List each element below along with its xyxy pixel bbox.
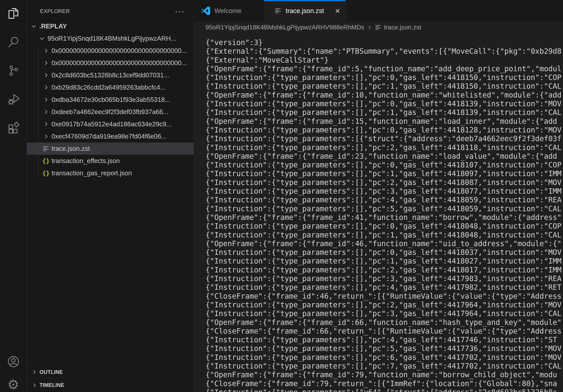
settings-button[interactable]: ⚙ bbox=[7, 378, 20, 392]
breadcrumb-folder[interactable]: 95oR1YipjSnqd18K4BMshkLgPijypwzARHV988eR… bbox=[205, 24, 364, 31]
chevron-right-icon bbox=[30, 368, 38, 376]
outline-section[interactable]: OUTLINE bbox=[27, 366, 194, 378]
breadcrumb: 95oR1YipjSnqd18K4BMshkLgPijypwzARHV988eR… bbox=[194, 22, 563, 33]
file-tree: .REPLAY95oR1YipjSnqd18K4BMshkLgPijypwzAR… bbox=[27, 20, 194, 179]
code-line: {"Instruction":{"type_parameters":[],"pc… bbox=[205, 187, 563, 196]
code-line: {"External":{"Summary":{"name":"PTBSumma… bbox=[205, 47, 563, 56]
code-line: {"OpenFrame":{"frame":{"frame_id":23,"fu… bbox=[205, 152, 563, 161]
account-button[interactable] bbox=[7, 355, 20, 369]
chevron-right-icon bbox=[42, 47, 50, 55]
vscode-logo-icon bbox=[201, 6, 210, 16]
tree-item[interactable]: 0xe0917b74a5912e4ad186ac634e29c9... bbox=[27, 118, 194, 130]
gear-icon: ⚙ bbox=[7, 378, 19, 392]
code-line: {"Instruction":{"type_parameters":[],"pc… bbox=[205, 222, 563, 231]
code-line: {"OpenFrame":{"frame":{"frame_id":5,"fun… bbox=[205, 65, 563, 73]
search-button[interactable] bbox=[7, 36, 20, 49]
code-line: {"Instruction":{"type_parameters":[],"pc… bbox=[205, 73, 563, 82]
run-and-debug-button[interactable] bbox=[7, 93, 20, 107]
code-line: {"Instruction":{"type_parameters":[],"pc… bbox=[205, 362, 563, 370]
code-line: {"Instruction":{"type_parameters":[],"pc… bbox=[205, 266, 563, 274]
code-line: {"Instruction":{"type_parameters":[],"pc… bbox=[205, 82, 563, 91]
tree-item[interactable]: {}transaction_effects.json bbox=[27, 155, 194, 167]
chevron-right-icon bbox=[42, 83, 50, 91]
explorer-button[interactable] bbox=[7, 7, 20, 21]
tab-bar: Welcome trace.json.zst × bbox=[194, 0, 563, 22]
tab-welcome[interactable]: Welcome bbox=[194, 0, 264, 22]
code-line: {"Instruction":{"type_parameters":[{"str… bbox=[205, 134, 563, 143]
tree-item[interactable]: 95oR1YipjSnqd18K4BMshkLgPijypwzARH... bbox=[27, 32, 194, 45]
code-line: {"CloseFrame":{"frame_id":66,"return_":[… bbox=[205, 327, 563, 336]
code-line: {"Instruction":{"type_parameters":[],"pc… bbox=[205, 126, 563, 134]
activity-bar: ⚙ bbox=[0, 0, 27, 392]
activity-bar-top bbox=[7, 7, 20, 135]
json-icon: {} bbox=[42, 157, 50, 165]
debug-icon bbox=[7, 93, 20, 107]
chevron-right-icon bbox=[367, 25, 372, 30]
code-line: {"Instruction":{"type_parameters":[],"pc… bbox=[205, 231, 563, 239]
tree-item[interactable]: 0xb29d83c26cdd2a64959263abbcfc4... bbox=[27, 81, 194, 93]
file-lines-icon bbox=[42, 145, 50, 153]
sidebar-header: EXPLORER ··· bbox=[27, 0, 194, 20]
more-actions-icon[interactable]: ··· bbox=[175, 9, 185, 13]
account-icon bbox=[7, 355, 20, 369]
code-line: {"OpenFrame":{"frame":{"frame_id":15,"fu… bbox=[205, 117, 563, 126]
chevron-down-icon bbox=[30, 22, 38, 30]
activity-bar-bottom: ⚙ bbox=[7, 355, 20, 392]
editor-area: Welcome trace.json.zst × 95oR1YipjSnqd18… bbox=[194, 0, 563, 392]
tree-item[interactable]: {}transaction_gas_report.json bbox=[27, 167, 194, 179]
code-line: {"Instruction":{"type_parameters":["u64"… bbox=[205, 388, 563, 392]
code-line: {"Instruction":{"type_parameters":[],"pc… bbox=[205, 196, 563, 204]
code-line: {"Instruction":{"type_parameters":[],"pc… bbox=[205, 161, 563, 169]
code-line: {"Instruction":{"type_parameters":[],"pc… bbox=[205, 283, 563, 292]
vscode-window: ⚙ EXPLORER ··· .REPLAY95oR1YipjSnqd18K4B… bbox=[0, 0, 563, 392]
timeline-label: TIMELINE bbox=[39, 382, 64, 388]
tab-label: Welcome bbox=[214, 7, 242, 15]
tree-item[interactable]: 0xecf47609d7da919ea98e7fd04f6e06... bbox=[27, 130, 194, 143]
breadcrumb-file[interactable]: trace.json.zst bbox=[384, 24, 421, 31]
code-line: {"CloseFrame":{"frame_id":46,"return_":[… bbox=[205, 292, 563, 301]
chevron-down-icon bbox=[38, 35, 46, 42]
tree-item[interactable]: 0x0000000000000000000000000000000000... bbox=[27, 45, 194, 57]
code-line: {"Instruction":{"type_parameters":[],"pc… bbox=[205, 309, 563, 318]
tree-item[interactable]: 0xdba34672e30cb065b1f93e3ab55318... bbox=[27, 93, 194, 106]
tab-trace-json-zst[interactable]: trace.json.zst × bbox=[264, 0, 346, 22]
code-line: {"Instruction":{"type_parameters":[],"pc… bbox=[205, 257, 563, 265]
tree-item[interactable]: 0xdeeb7a4662eec9f2f3def03fb937a66... bbox=[27, 106, 194, 118]
timeline-section[interactable]: TIMELINE bbox=[27, 378, 194, 392]
code-line: {"Instruction":{"type_parameters":[],"pc… bbox=[205, 274, 563, 283]
code-line: {"OpenFrame":{"frame":{"frame_id":79,"fu… bbox=[205, 370, 563, 379]
extensions-icon bbox=[7, 121, 20, 135]
code-line: {"OpenFrame":{"frame":{"frame_id":66,"fu… bbox=[205, 318, 563, 327]
json-icon: {} bbox=[42, 169, 50, 177]
explorer-title: EXPLORER bbox=[40, 8, 70, 14]
code-line: {"Instruction":{"type_parameters":[],"pc… bbox=[205, 353, 563, 362]
extensions-button[interactable] bbox=[7, 121, 20, 135]
tab-label: trace.json.zst bbox=[286, 7, 324, 15]
indent-guide bbox=[38, 45, 38, 179]
code-line: {"OpenFrame":{"frame":{"frame_id":10,"fu… bbox=[205, 91, 563, 100]
code-line: {"OpenFrame":{"frame":{"frame_id":46,"fu… bbox=[205, 239, 563, 248]
chevron-right-icon bbox=[42, 120, 50, 128]
code-line: {"External":"MoveCallStart"} bbox=[205, 56, 563, 65]
tree-item[interactable]: trace.json.zst bbox=[27, 143, 194, 155]
code-line: {"Instruction":{"type_parameters":[],"pc… bbox=[205, 344, 563, 353]
code-line: {"Instruction":{"type_parameters":[],"pc… bbox=[205, 100, 563, 108]
file-lines-icon bbox=[274, 7, 282, 15]
chevron-right-icon bbox=[42, 59, 50, 67]
chevron-right-icon bbox=[42, 132, 50, 140]
explorer-sidebar: EXPLORER ··· .REPLAY95oR1YipjSnqd18K4BMs… bbox=[27, 0, 194, 392]
code-line: {"Instruction":{"type_parameters":[],"pc… bbox=[205, 205, 563, 213]
code-line: {"Instruction":{"type_parameters":[],"pc… bbox=[205, 248, 563, 257]
tree-item[interactable]: 0x2c8d603bc51326b8c13cef9dd07031... bbox=[27, 69, 194, 81]
close-icon[interactable]: × bbox=[335, 7, 340, 15]
tree-item[interactable]: .REPLAY bbox=[27, 20, 194, 32]
source-control-icon bbox=[7, 64, 20, 78]
tree-item[interactable]: 0x0000000000000000000000000000000000... bbox=[27, 57, 194, 69]
code-line: {"Instruction":{"type_parameters":[],"pc… bbox=[205, 108, 563, 117]
editor-content[interactable]: {"version":3}{"External":{"Summary":{"na… bbox=[194, 33, 563, 392]
code-line: {"CloseFrame":{"frame_id":79,"return_":[… bbox=[205, 379, 563, 388]
code-line: {"OpenFrame":{"frame":{"frame_id":41,"fu… bbox=[205, 213, 563, 222]
code-line: {"Instruction":{"type_parameters":[],"pc… bbox=[205, 301, 563, 309]
search-icon bbox=[7, 36, 20, 49]
source-control-button[interactable] bbox=[7, 64, 20, 78]
